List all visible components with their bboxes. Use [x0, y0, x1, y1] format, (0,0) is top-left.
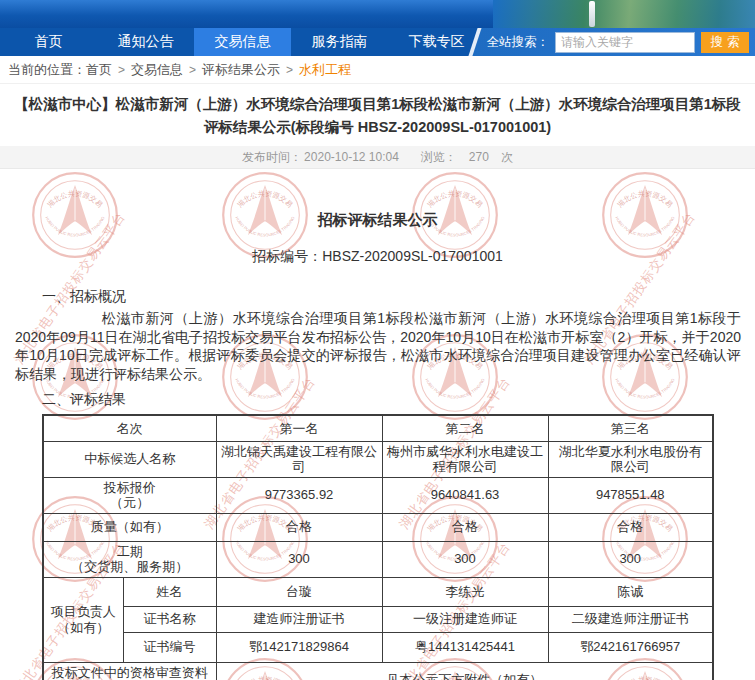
publish-meta-bar: 发布时间： 2020-10-12 10:04 浏览： 270 次 — [0, 146, 755, 169]
cell-qualification-label: 投标文件中的资格审查资料（资格能力条件） — [43, 662, 216, 680]
bid-number-line: 招标编号：HBSZ-202009SL-017001001 — [0, 248, 755, 266]
cell-rank-first: 第一名 — [216, 415, 382, 441]
bid-number-value: HBSZ-202009SL-017001001 — [322, 248, 503, 264]
cell-duration-3: 300 — [548, 541, 713, 577]
section-2-title: 二、评标结果 — [42, 391, 755, 409]
breadcrumb-item-water-projects[interactable]: 水利工程 — [299, 61, 351, 79]
cell-leader-group-label: 项目负责人（如有） — [43, 577, 123, 662]
cell-candidate-2: 梅州市威华水利水电建设工程有限公司 — [382, 441, 548, 477]
cell-leader-name-2: 李练光 — [382, 577, 548, 606]
bid-number-label: 招标编号： — [252, 248, 322, 264]
nav-item-trade-info[interactable]: 交易信息 — [194, 28, 291, 56]
page-title: 【松滋市中心】松滋市新河（上游）水环境综合治理项目第1标段松滋市新河（上游）水环… — [8, 93, 747, 139]
banner-tower-graphic — [589, 1, 595, 27]
table-row-duration: 工期 （交货期、服务期） 300 300 300 — [43, 541, 713, 577]
views-label: 浏览： — [421, 149, 457, 166]
svg-text:湖北公共资源交易: 湖北公共资源交易 — [616, 190, 674, 209]
cell-duration-2: 300 — [382, 541, 548, 577]
cell-leader-name-3: 陈诚 — [548, 577, 713, 606]
seal-arc-text-cn: 湖北公共资源交易 — [46, 190, 104, 209]
evaluation-result-table: 名次 第一名 第二名 第三名 中标候选人名称 湖北锦天禹建设工程有限公司 梅州市… — [42, 414, 714, 680]
search-input[interactable] — [555, 32, 695, 53]
cell-duration-1: 300 — [216, 541, 382, 577]
cell-price-label: 投标报价 （元） — [43, 477, 216, 513]
main-nav: 首页 通知公告 交易信息 服务指南 下载专区 全站搜索： 搜索 — [0, 28, 755, 56]
cell-leader-name-1: 台璇 — [216, 577, 382, 606]
views-count: 270 — [469, 150, 489, 164]
banner-photo — [493, 0, 755, 28]
cell-price-3: 9478551.48 — [548, 477, 713, 513]
cell-cert-no-3: 鄂242161766957 — [548, 632, 713, 662]
price-label-line2: （元） — [48, 495, 212, 511]
search-label: 全站搜索： — [487, 34, 550, 51]
search-zone: 全站搜索： 搜索 — [487, 28, 750, 56]
top-banner — [0, 0, 755, 28]
duration-label-line2: （交货期、服务期） — [48, 559, 212, 575]
breadcrumb-separator: > — [286, 63, 293, 77]
table-row-cert-name: 证书名称 建造师注册证书 一级注册建造师证 二级建造师注册证书 — [43, 606, 713, 632]
table-row-price: 投标报价 （元） 9773365.92 9640841.63 9478551.4… — [43, 477, 713, 513]
views-unit: 次 — [501, 149, 513, 166]
cell-leader-name-label: 姓名 — [123, 577, 216, 606]
svg-text:湖北公共资源交易: 湖北公共资源交易 — [236, 190, 294, 209]
price-label-line1: 投标报价 — [48, 480, 212, 496]
table-row-candidate: 中标候选人名称 湖北锦天禹建设工程有限公司 梅州市威华水利水电建设工程有限公司 … — [43, 441, 713, 477]
nav-item-service-guide[interactable]: 服务指南 — [291, 28, 388, 56]
table-row-quality: 质量（如有） 合格 合格 合格 — [43, 513, 713, 541]
cell-quality-3: 合格 — [548, 513, 713, 541]
publish-time-value: 2020-10-12 10:04 — [304, 150, 399, 164]
breadcrumb: 当前的位置： 首页 > 交易信息 > 评标结果公示 > 水利工程 — [0, 56, 755, 84]
breadcrumb-item-eval-results[interactable]: 评标结果公示 — [202, 61, 280, 79]
document-content: 招标评标结果公示 招标编号：HBSZ-202009SL-017001001 一、… — [0, 211, 755, 680]
section-1-body: 松滋市新河（上游）水环境综合治理项目第1标段松滋市新河（上游）水环境综合治理项目… — [15, 309, 741, 383]
breadcrumb-separator: > — [189, 63, 196, 77]
breadcrumb-separator: > — [118, 63, 125, 77]
seal-arc-text-cn: 湖北公共资源交易 — [616, 190, 674, 209]
publish-time-label: 发布时间： — [242, 149, 302, 166]
document-title: 招标评标结果公示 — [0, 211, 755, 230]
svg-text:湖北公共资源交易: 湖北公共资源交易 — [426, 190, 484, 209]
cell-price-2: 9640841.63 — [382, 477, 548, 513]
cell-cert-no-2: 粤144131425441 — [382, 632, 548, 662]
breadcrumb-item-trade-info[interactable]: 交易信息 — [131, 61, 183, 79]
section-1-title: 一、招标概况 — [42, 288, 755, 306]
svg-text:湖北公共资源交易: 湖北公共资源交易 — [46, 190, 104, 209]
cell-cert-name-3: 二级建造师注册证书 — [548, 606, 713, 632]
cell-quality-2: 合格 — [382, 513, 548, 541]
cell-candidate-1: 湖北锦天禹建设工程有限公司 — [216, 441, 382, 477]
breadcrumb-item-home[interactable]: 首页 — [86, 61, 112, 79]
cell-rank-third: 第三名 — [548, 415, 713, 441]
cell-quality-label: 质量（如有） — [43, 513, 216, 541]
cell-cert-no-label: 证书编号 — [123, 632, 216, 662]
table-row-header: 名次 第一名 第二名 第三名 — [43, 415, 713, 441]
cell-candidate-label: 中标候选人名称 — [43, 441, 216, 477]
cell-cert-name-label: 证书名称 — [123, 606, 216, 632]
nav-item-notices[interactable]: 通知公告 — [97, 28, 194, 56]
cell-qualification-value: 见本公示下方附件（如有） — [216, 662, 713, 680]
cell-cert-name-1: 建造师注册证书 — [216, 606, 382, 632]
table-row-leader-name: 项目负责人（如有） 姓名 台璇 李练光 陈诚 — [43, 577, 713, 606]
table-row-cert-no: 证书编号 鄂142171829864 粤144131425441 鄂242161… — [43, 632, 713, 662]
seal-arc-text-cn: 湖北公共资源交易 — [426, 190, 484, 209]
cell-price-1: 9773365.92 — [216, 477, 382, 513]
duration-label-line1: 工期 — [48, 544, 212, 560]
cell-quality-1: 合格 — [216, 513, 382, 541]
cell-cert-name-2: 一级注册建造师证 — [382, 606, 548, 632]
cell-candidate-3: 湖北华夏水利水电股份有限公司 — [548, 441, 713, 477]
page: 首页 通知公告 交易信息 服务指南 下载专区 全站搜索： 搜索 当前的位置： 首… — [0, 0, 755, 680]
seal-arc-text-cn: 湖北公共资源交易 — [236, 190, 294, 209]
breadcrumb-prefix: 当前的位置： — [8, 61, 86, 79]
cell-cert-no-1: 鄂142171829864 — [216, 632, 382, 662]
cell-rank-label: 名次 — [43, 415, 216, 441]
nav-item-home[interactable]: 首页 — [0, 28, 97, 56]
cell-rank-second: 第二名 — [382, 415, 548, 441]
search-button[interactable]: 搜索 — [701, 32, 749, 53]
cell-duration-label: 工期 （交货期、服务期） — [43, 541, 216, 577]
table-row-qualification: 投标文件中的资格审查资料（资格能力条件） 见本公示下方附件（如有） — [43, 662, 713, 680]
